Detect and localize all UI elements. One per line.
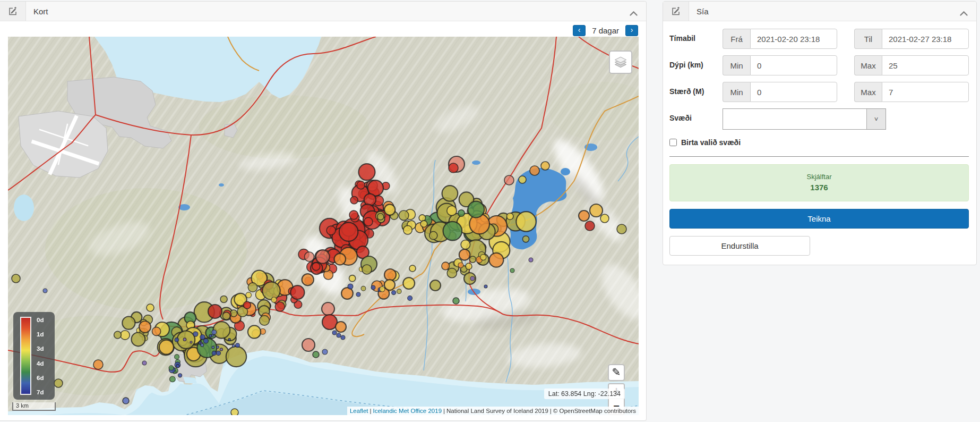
earthquake-dot[interactable]: [175, 355, 179, 359]
region-select[interactable]: ˅: [723, 108, 886, 130]
earthquake-dot[interactable]: [585, 221, 595, 231]
prev-period-button[interactable]: ‹: [573, 25, 586, 36]
earthquake-dot[interactable]: [226, 347, 246, 367]
earthquake-dot[interactable]: [12, 274, 20, 283]
earthquake-dot[interactable]: [380, 286, 385, 292]
earthquake-dot[interactable]: [364, 217, 373, 226]
draw-control[interactable]: ✎: [608, 364, 625, 381]
earthquake-dot[interactable]: [271, 297, 277, 302]
earthquake-dot[interactable]: [139, 321, 151, 333]
earthquake-dot[interactable]: [420, 221, 427, 227]
earthquake-dot[interactable]: [349, 275, 356, 282]
earthquake-dot[interactable]: [175, 338, 179, 342]
earthquake-dot[interactable]: [132, 333, 145, 347]
earthquake-dot[interactable]: [190, 341, 192, 343]
earthquake-dot[interactable]: [322, 302, 334, 315]
earthquake-dot[interactable]: [348, 284, 353, 289]
date-from-input[interactable]: [750, 29, 837, 49]
earthquake-dot[interactable]: [260, 316, 270, 326]
earthquake-dot[interactable]: [244, 301, 251, 309]
earthquake-dot[interactable]: [121, 331, 130, 340]
earthquake-dot[interactable]: [228, 339, 231, 341]
earthquake-dot[interactable]: [458, 263, 463, 268]
earthquake-dot[interactable]: [458, 210, 465, 216]
earthquake-dot[interactable]: [233, 344, 235, 347]
earthquake-dot[interactable]: [459, 249, 470, 260]
earthquake-dot[interactable]: [43, 289, 47, 293]
earthquake-dot[interactable]: [122, 317, 135, 330]
earthquake-dot[interactable]: [480, 255, 486, 260]
earthquake-dot[interactable]: [337, 333, 341, 337]
earthquake-dot[interactable]: [442, 262, 450, 270]
earthquake-dot[interactable]: [54, 379, 63, 387]
earthquake-dot[interactable]: [220, 348, 222, 351]
earthquake-dot[interactable]: [275, 302, 285, 311]
earthquake-dot[interactable]: [176, 365, 179, 368]
earthquake-dot[interactable]: [222, 312, 230, 319]
draw-button[interactable]: Teikna: [669, 209, 969, 229]
earthquake-dot[interactable]: [356, 292, 360, 297]
earthquake-dot[interactable]: [541, 162, 549, 170]
earthquake-dot[interactable]: [430, 280, 441, 291]
earthquake-dot[interactable]: [429, 232, 437, 240]
earthquake-dot[interactable]: [469, 256, 476, 263]
magnitude-max-input[interactable]: [882, 82, 969, 102]
earthquake-dot[interactable]: [313, 351, 319, 358]
earthquake-dot[interactable]: [123, 398, 129, 404]
earthquake-dot[interactable]: [408, 296, 412, 301]
attribution-link[interactable]: Icelandic Met Office 2019: [373, 408, 442, 414]
earthquake-dot[interactable]: [403, 277, 415, 289]
earthquake-dot[interactable]: [384, 280, 395, 290]
earthquake-dot[interactable]: [470, 276, 475, 281]
earthquake-dot[interactable]: [220, 296, 227, 303]
earthquake-dot[interactable]: [305, 252, 314, 261]
depth-min-input[interactable]: [750, 55, 837, 75]
attribution-link[interactable]: Leaflet: [350, 408, 368, 414]
earthquake-dot[interactable]: [590, 204, 603, 217]
earthquake-dot[interactable]: [334, 254, 346, 265]
earthquake-dot[interactable]: [212, 330, 217, 335]
edit-icon[interactable]: [0, 2, 26, 21]
earthquake-dot[interactable]: [443, 222, 462, 241]
earthquake-dot[interactable]: [530, 166, 539, 175]
earthquake-dot[interactable]: [183, 338, 186, 341]
earthquake-dot[interactable]: [484, 285, 487, 288]
earthquake-dot[interactable]: [350, 197, 358, 204]
earthquake-dot[interactable]: [506, 213, 513, 220]
earthquake-dot[interactable]: [392, 291, 396, 295]
earthquake-dot[interactable]: [384, 269, 396, 281]
show-selected-region-checkbox[interactable]: [669, 139, 677, 146]
magnitude-min-input[interactable]: [750, 82, 837, 102]
earthquake-dot[interactable]: [579, 210, 589, 221]
earthquake-dot[interactable]: [516, 212, 536, 231]
earthquake-dot[interactable]: [322, 315, 337, 330]
earthquake-dot[interactable]: [362, 265, 372, 274]
earthquake-dot[interactable]: [322, 349, 328, 355]
collapse-panel-icon[interactable]: [630, 9, 638, 18]
earthquake-dot[interactable]: [152, 327, 161, 335]
earthquake-dot[interactable]: [453, 298, 459, 304]
earthquake-dot[interactable]: [217, 346, 219, 349]
earthquake-dot[interactable]: [248, 325, 261, 338]
earthquake-dot[interactable]: [359, 164, 375, 180]
earthquake-dot[interactable]: [170, 376, 176, 382]
earthquake-dot[interactable]: [203, 339, 208, 343]
earthquake-dot[interactable]: [236, 343, 240, 348]
earthquake-dot[interactable]: [341, 288, 353, 299]
earthquake-dot[interactable]: [357, 181, 365, 189]
depth-max-input[interactable]: [882, 55, 969, 75]
earthquake-dot[interactable]: [349, 210, 358, 220]
earthquake-dot[interactable]: [290, 285, 304, 299]
earthquake-dot[interactable]: [147, 304, 154, 311]
earthquake-dot[interactable]: [519, 176, 526, 183]
earthquake-dot[interactable]: [216, 351, 220, 355]
earthquake-dot[interactable]: [361, 286, 366, 291]
earthquake-dot[interactable]: [447, 268, 457, 278]
map[interactable]: ✎ + − 0d 1d 3d 4d 6d 7d 3 km Lat: 63.85: [8, 37, 639, 415]
earthquake-dot[interactable]: [466, 263, 472, 269]
earthquake-dot[interactable]: [384, 204, 395, 215]
earthquake-dot[interactable]: [529, 258, 533, 262]
earthquake-dot[interactable]: [248, 283, 257, 292]
earthquake-dot[interactable]: [442, 185, 458, 201]
earthquake-dot[interactable]: [332, 331, 337, 335]
